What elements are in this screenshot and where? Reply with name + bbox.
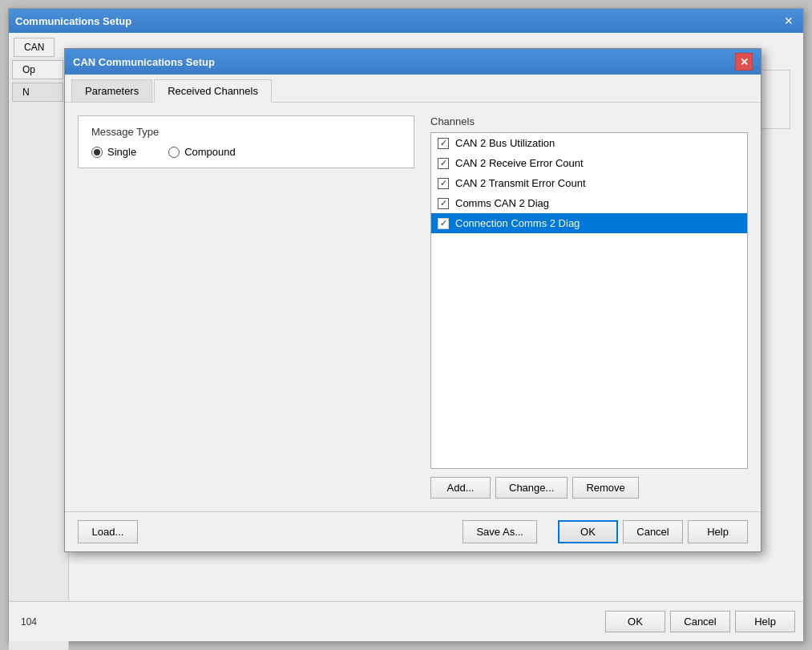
channels-buttons: Add... Change... Remove	[430, 477, 748, 499]
radio-single[interactable]: Single	[91, 146, 136, 158]
channels-label: Channels	[430, 115, 748, 127]
channel-item-2[interactable]: CAN 2 Transmit Error Count	[431, 173, 747, 193]
channel-name-0: CAN 2 Bus Utilization	[455, 137, 555, 149]
bg-tab-can[interactable]: CAN	[14, 38, 55, 57]
channel-item-4[interactable]: Connection Comms 2 Diag	[431, 213, 747, 233]
bg-sidebar-tab-n[interactable]: N	[12, 83, 63, 102]
bg-sidebar-tab-op[interactable]: Op	[12, 60, 63, 79]
tab-parameters[interactable]: Parameters	[71, 79, 152, 102]
modal-body: Message Type Single Compound Channels	[65, 103, 761, 511]
radio-single-label: Single	[107, 146, 136, 158]
modal-close-button[interactable]: ✕	[735, 53, 753, 71]
radio-compound[interactable]: Compound	[168, 146, 236, 158]
help-button[interactable]: Help	[688, 520, 748, 543]
modal-tab-bar: Parameters Received Channels	[65, 75, 761, 103]
load-button[interactable]: Load...	[78, 520, 138, 543]
tab-received-channels[interactable]: Received Channels	[154, 79, 272, 103]
message-type-label: Message Type	[91, 126, 401, 138]
modal-titlebar: CAN Communications Setup ✕	[65, 49, 761, 75]
channel-checkbox-4	[438, 218, 449, 229]
channels-list: CAN 2 Bus Utilization CAN 2 Receive Erro…	[430, 132, 748, 469]
bg-cancel-button[interactable]: Cancel	[670, 611, 730, 632]
bg-titlebar: Communications Setup ✕	[9, 9, 803, 33]
left-panel: Message Type Single Compound	[78, 115, 414, 499]
bg-window-title: Communications Setup	[15, 15, 131, 27]
bg-footer-number: 104	[17, 616, 37, 628]
radio-compound-label: Compound	[184, 146, 236, 158]
bg-ok-button[interactable]: OK	[605, 611, 665, 632]
channel-checkbox-2	[438, 178, 449, 189]
channel-name-1: CAN 2 Receive Error Count	[455, 157, 584, 169]
bg-footer: 104 OK Cancel Help	[9, 601, 803, 641]
channel-name-4: Connection Comms 2 Diag	[455, 217, 580, 229]
bg-help-button[interactable]: Help	[735, 611, 795, 632]
remove-button[interactable]: Remove	[572, 477, 638, 499]
radio-single-indicator	[91, 147, 103, 158]
right-panel: Channels CAN 2 Bus Utilization CAN 2 Rec…	[430, 115, 748, 499]
radio-compound-indicator	[168, 147, 180, 158]
bg-close-icon[interactable]: ✕	[781, 13, 797, 29]
can-communications-modal: CAN Communications Setup ✕ Parameters Re…	[64, 48, 762, 552]
add-button[interactable]: Add...	[430, 477, 491, 499]
channel-checkbox-3	[438, 198, 449, 209]
channel-checkbox-0	[438, 138, 449, 149]
channel-checkbox-1	[438, 158, 449, 169]
channel-name-3: Comms CAN 2 Diag	[455, 197, 549, 209]
channel-name-2: CAN 2 Transmit Error Count	[455, 177, 586, 189]
message-type-group: Message Type Single Compound	[78, 115, 414, 168]
change-button[interactable]: Change...	[495, 477, 568, 499]
ok-button[interactable]: OK	[558, 520, 618, 543]
radio-group: Single Compound	[91, 146, 401, 158]
modal-title: CAN Communications Setup	[73, 56, 215, 68]
channel-item-1[interactable]: CAN 2 Receive Error Count	[431, 153, 747, 173]
channel-item-0[interactable]: CAN 2 Bus Utilization	[431, 133, 747, 153]
cancel-button[interactable]: Cancel	[623, 520, 683, 543]
channel-item-3[interactable]: Comms CAN 2 Diag	[431, 193, 747, 213]
modal-footer: Load... Save As... OK Cancel Help	[65, 511, 761, 551]
save-as-button[interactable]: Save As...	[463, 520, 537, 543]
